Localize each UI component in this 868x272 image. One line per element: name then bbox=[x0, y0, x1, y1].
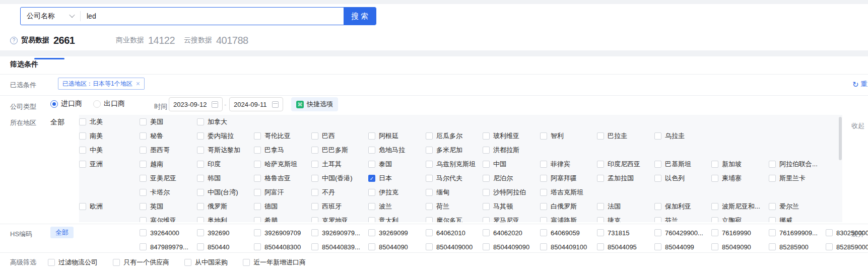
selected-region-tag[interactable]: 已选地区：日本等1个地区 × bbox=[58, 78, 145, 90]
checkbox-icon[interactable] bbox=[254, 147, 261, 154]
hs-code-option[interactable]: 85044095 bbox=[597, 240, 637, 254]
search-input[interactable] bbox=[81, 8, 344, 25]
region-option[interactable]: 爱尔兰 bbox=[769, 199, 799, 214]
checkbox-icon[interactable] bbox=[711, 161, 718, 168]
checkbox-icon[interactable] bbox=[311, 189, 318, 196]
region-option[interactable]: 哥斯达黎加 bbox=[197, 143, 240, 157]
checkbox-icon[interactable] bbox=[197, 161, 204, 168]
advanced-filter-option[interactable]: 近一年新增进口商 bbox=[243, 255, 306, 269]
quick-options-button[interactable]: ⌘ 快捷选项 bbox=[291, 97, 338, 111]
hs-code-option[interactable]: 8504408300 bbox=[254, 240, 301, 254]
region-option[interactable]: 孟加拉国 bbox=[597, 171, 634, 185]
checkbox-icon[interactable] bbox=[483, 132, 490, 140]
checkbox-icon[interactable] bbox=[483, 175, 490, 182]
checkbox-icon[interactable] bbox=[368, 203, 375, 210]
checkbox-icon[interactable] bbox=[197, 229, 204, 236]
checkbox-icon[interactable] bbox=[79, 147, 86, 154]
checkbox-icon[interactable] bbox=[254, 175, 261, 182]
hs-code-option[interactable]: 392690 bbox=[197, 226, 229, 240]
checkbox-icon[interactable] bbox=[79, 203, 86, 210]
checkbox-icon[interactable] bbox=[426, 132, 433, 140]
region-option[interactable]: 不丹 bbox=[311, 185, 335, 199]
region-option[interactable]: 卡塔尔 bbox=[140, 185, 170, 199]
region-option[interactable]: 加拿大 bbox=[197, 115, 227, 129]
region-option[interactable]: 巴拉圭 bbox=[597, 129, 627, 143]
checkbox-icon[interactable] bbox=[540, 189, 547, 196]
checkbox-icon[interactable] bbox=[654, 132, 661, 140]
checkbox-icon[interactable] bbox=[540, 203, 547, 210]
region-option[interactable]: 巴巴多斯 bbox=[311, 143, 348, 157]
checkbox-icon[interactable] bbox=[184, 259, 191, 266]
region-all-link[interactable]: 全部 bbox=[50, 118, 64, 127]
checkbox-icon[interactable] bbox=[483, 189, 490, 196]
checkbox-icon[interactable] bbox=[483, 217, 490, 222]
hs-code-option[interactable]: 85044099 bbox=[654, 240, 694, 254]
checkbox-icon[interactable] bbox=[540, 132, 547, 140]
checkbox-icon[interactable] bbox=[711, 175, 718, 182]
checkbox-icon[interactable] bbox=[597, 243, 604, 250]
checkbox-icon[interactable] bbox=[243, 259, 250, 266]
checkbox-icon[interactable] bbox=[254, 229, 261, 236]
region-option[interactable]: 多米尼加 bbox=[426, 143, 462, 157]
checkbox-icon[interactable] bbox=[140, 203, 147, 210]
company-type-radio[interactable]: 出口商 bbox=[93, 99, 125, 108]
hs-code-option[interactable]: 8504409100 bbox=[540, 240, 587, 254]
region-option[interactable]: 玻利维亚 bbox=[483, 129, 519, 143]
checkbox-icon[interactable] bbox=[654, 203, 661, 210]
region-option[interactable]: ✓日本 bbox=[368, 171, 392, 185]
checkbox-icon[interactable] bbox=[311, 229, 318, 236]
checkbox-icon[interactable] bbox=[483, 229, 490, 236]
region-option[interactable]: 沙特阿拉伯 bbox=[483, 185, 526, 199]
checkbox-icon[interactable] bbox=[311, 243, 318, 250]
checkbox-icon[interactable] bbox=[140, 118, 147, 125]
region-option[interactable]: 阿富汗 bbox=[254, 185, 284, 199]
checkbox-icon[interactable] bbox=[597, 229, 604, 236]
hs-code-option[interactable]: 760429900... bbox=[654, 226, 703, 240]
checkbox-icon[interactable] bbox=[254, 217, 261, 222]
checkbox-icon[interactable] bbox=[140, 147, 147, 154]
region-option[interactable]: 危地马拉 bbox=[368, 143, 405, 157]
region-option[interactable]: 波斯尼亚和... bbox=[711, 199, 760, 214]
checkbox-icon[interactable] bbox=[311, 175, 318, 182]
region-option[interactable]: 尼泊尔 bbox=[483, 171, 513, 185]
checkbox-icon[interactable] bbox=[826, 243, 833, 250]
checkbox-icon[interactable] bbox=[597, 217, 604, 222]
checkbox-icon[interactable] bbox=[769, 175, 776, 182]
hs-code-option[interactable]: 8504409000 bbox=[426, 240, 473, 254]
start-date-picker[interactable]: 2023-09-12 bbox=[169, 97, 223, 111]
checkbox-icon[interactable] bbox=[254, 203, 261, 210]
search-category-select[interactable]: 公司名称 bbox=[21, 8, 80, 25]
checkbox-icon[interactable] bbox=[79, 118, 86, 125]
checkbox-icon[interactable] bbox=[140, 161, 147, 168]
region-option[interactable]: 巴基斯坦 bbox=[654, 157, 691, 171]
hs-code-option[interactable]: 85044090 bbox=[368, 240, 408, 254]
hs-code-option[interactable]: 85285900 bbox=[769, 240, 809, 254]
region-option[interactable]: 意大利 bbox=[368, 214, 398, 222]
checkbox-icon[interactable] bbox=[654, 217, 661, 222]
region-option[interactable]: 希腊 bbox=[254, 214, 278, 222]
checkbox-icon[interactable] bbox=[113, 259, 120, 266]
checkbox-icon[interactable] bbox=[826, 229, 833, 236]
checkbox-icon[interactable] bbox=[254, 189, 261, 196]
region-option[interactable]: 中国 bbox=[483, 157, 506, 171]
hs-code-option[interactable]: 850440 bbox=[197, 240, 229, 254]
region-option[interactable]: 波兰 bbox=[368, 199, 392, 214]
checkbox-icon[interactable] bbox=[483, 161, 490, 168]
region-group-option[interactable]: 南美 bbox=[79, 129, 103, 143]
checkbox-icon[interactable] bbox=[254, 243, 261, 250]
region-scrollbar-thumb[interactable] bbox=[839, 117, 842, 160]
checkbox-icon[interactable] bbox=[769, 161, 776, 168]
region-option[interactable]: 越南 bbox=[140, 157, 163, 171]
advanced-filter-option[interactable]: 只有一个供应商 bbox=[113, 255, 169, 269]
tag-close-icon[interactable]: × bbox=[136, 80, 140, 87]
checkbox-icon[interactable] bbox=[311, 147, 318, 154]
region-option[interactable]: 韩国 bbox=[197, 171, 221, 185]
checkbox-icon[interactable] bbox=[769, 243, 776, 250]
tab-trade-data[interactable]: ?贸易数据2661 bbox=[10, 30, 75, 50]
hs-code-option[interactable]: 85049090 bbox=[711, 240, 751, 254]
checkbox-icon[interactable] bbox=[711, 217, 718, 222]
region-option[interactable]: 法国 bbox=[597, 199, 621, 214]
company-type-radio[interactable]: 进口商 bbox=[50, 99, 82, 108]
checkbox-icon[interactable] bbox=[311, 132, 318, 140]
checkbox-icon[interactable] bbox=[597, 132, 604, 140]
